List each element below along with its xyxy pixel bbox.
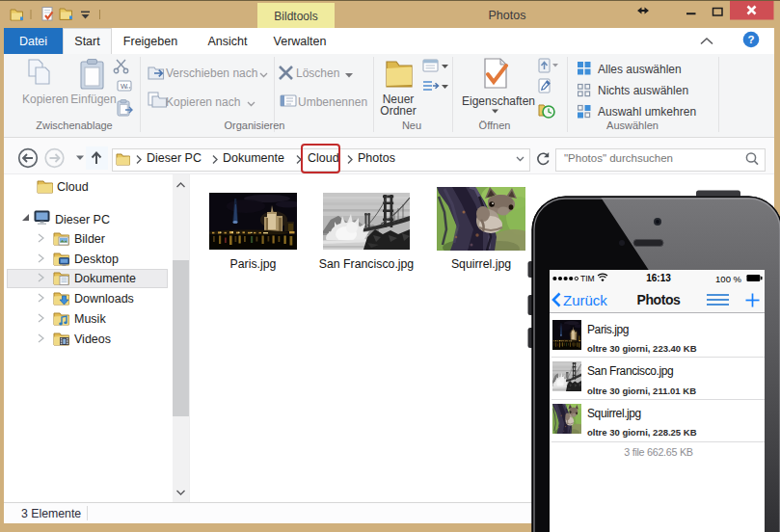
svg-text:W: W bbox=[121, 82, 128, 91]
svg-text:TIM: TIM bbox=[580, 274, 595, 283]
svg-text:?: ? bbox=[747, 34, 754, 45]
